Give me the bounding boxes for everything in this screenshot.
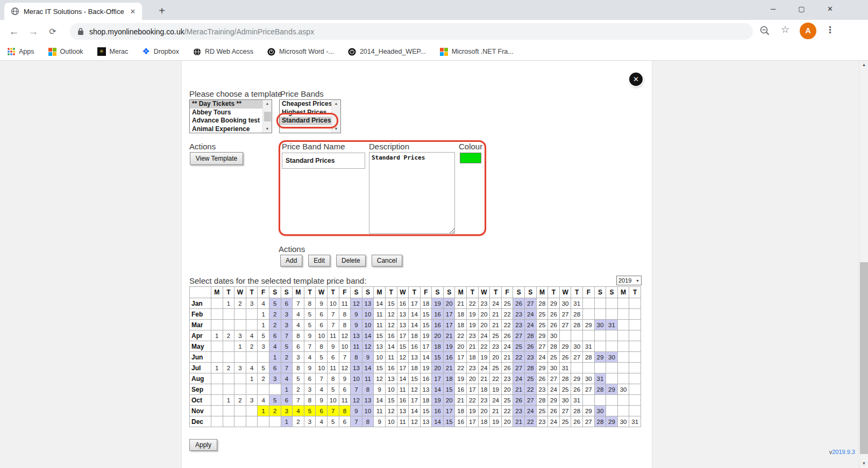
calendar-day-cell[interactable]: 5 (327, 384, 339, 395)
calendar-day-cell[interactable]: 21 (513, 384, 525, 395)
calendar-day-cell[interactable]: 28 (583, 352, 595, 363)
calendar-day-cell[interactable]: 15 (374, 363, 386, 373)
calendar-day-cell[interactable]: 3 (234, 330, 246, 341)
calendar-day-cell[interactable]: 17 (409, 298, 421, 309)
calendar-day-cell[interactable]: 12 (385, 406, 397, 416)
calendar-day-cell[interactable]: 13 (397, 309, 409, 320)
window-close-button[interactable]: ✕ (816, 0, 844, 18)
calendar-day-cell[interactable]: 8 (339, 309, 351, 320)
calendar-day-cell[interactable]: 30 (559, 395, 571, 406)
calendar-day-cell[interactable]: 13 (362, 395, 374, 406)
calendar-day-cell[interactable]: 21 (490, 320, 502, 330)
bookmark-item-rdweb[interactable]: RD Web Access (193, 48, 253, 56)
calendar-day-cell[interactable]: 9 (362, 352, 374, 363)
calendar-day-cell[interactable]: 29 (606, 384, 618, 395)
calendar-day-cell[interactable]: 16 (397, 298, 409, 309)
calendar-day-cell[interactable]: 18 (478, 384, 490, 395)
calendar-day-cell[interactable]: 25 (525, 373, 537, 384)
description-textarea[interactable]: Standard Prices (369, 152, 455, 234)
calendar-day-cell[interactable]: 11 (374, 320, 386, 330)
calendar-day-cell[interactable]: 23 (490, 341, 502, 352)
calendar-day-cell[interactable]: 22 (467, 298, 479, 309)
calendar-day-cell[interactable]: 13 (397, 406, 409, 416)
calendar-day-cell[interactable]: 1 (281, 384, 293, 395)
calendar-day-cell[interactable]: 29 (594, 352, 606, 363)
calendar-day-cell[interactable]: 6 (316, 309, 328, 320)
calendar-day-cell[interactable]: 5 (269, 395, 281, 406)
calendar-day-cell[interactable]: 9 (374, 416, 386, 427)
calendar-day-cell[interactable]: 26 (548, 406, 560, 416)
calendar-day-cell[interactable]: 14 (409, 406, 421, 416)
calendar-day-cell[interactable]: 7 (327, 309, 339, 320)
calendar-day-cell[interactable]: 1 (258, 309, 269, 320)
calendar-day-cell[interactable]: 26 (513, 298, 525, 309)
calendar-day-cell[interactable]: 25 (501, 395, 513, 406)
calendar-day-cell[interactable]: 1 (258, 406, 269, 416)
calendar-day-cell[interactable]: 15 (443, 384, 455, 395)
calendar-day-cell[interactable]: 30 (606, 352, 618, 363)
template-listbox-item[interactable]: ** Day Tickets ** (190, 100, 262, 109)
calendar-day-cell[interactable]: 12 (339, 363, 351, 373)
calendar-day-cell[interactable]: 24 (548, 384, 560, 395)
calendar-day-cell[interactable]: 31 (571, 298, 583, 309)
calendar-day-cell[interactable]: 7 (327, 406, 339, 416)
calendar-day-cell[interactable]: 26 (525, 341, 537, 352)
calendar-day-cell[interactable]: 25 (559, 416, 571, 427)
calendar-day-cell[interactable]: 28 (525, 363, 537, 373)
calendar-day-cell[interactable]: 6 (327, 352, 339, 363)
calendar-day-cell[interactable]: 31 (571, 395, 583, 406)
calendar-day-cell[interactable]: 31 (629, 416, 641, 427)
calendar-day-cell[interactable]: 22 (525, 384, 537, 395)
calendar-day-cell[interactable]: 19 (490, 416, 502, 427)
calendar-day-cell[interactable]: 1 (269, 352, 281, 363)
calendar-day-cell[interactable]: 19 (432, 298, 444, 309)
calendar-day-cell[interactable]: 28 (571, 320, 583, 330)
calendar-day-cell[interactable]: 24 (536, 352, 548, 363)
zoom-indicator-icon[interactable] (759, 25, 770, 36)
calendar-day-cell[interactable]: 25 (548, 352, 560, 363)
calendar-day-cell[interactable]: 13 (351, 363, 362, 373)
calendar-day-cell[interactable]: 26 (559, 352, 571, 363)
calendar-day-cell[interactable]: 3 (293, 352, 304, 363)
calendar-day-cell[interactable]: 13 (362, 298, 374, 309)
calendar-day-cell[interactable]: 6 (316, 320, 328, 330)
calendar-day-cell[interactable]: 23 (513, 406, 525, 416)
calendar-day-cell[interactable]: 16 (432, 309, 444, 320)
calendar-day-cell[interactable]: 9 (351, 309, 362, 320)
calendar-day-cell[interactable]: 17 (432, 373, 444, 384)
calendar-day-cell[interactable]: 17 (397, 363, 409, 373)
calendar-day-cell[interactable]: 22 (501, 320, 513, 330)
calendar-day-cell[interactable]: 30 (571, 341, 583, 352)
calendar-day-cell[interactable]: 8 (351, 352, 362, 363)
apply-button[interactable]: Apply (189, 439, 217, 451)
calendar-day-cell[interactable]: 20 (443, 395, 455, 406)
calendar-day-cell[interactable]: 19 (467, 320, 479, 330)
calendar-day-cell[interactable]: 1 (281, 416, 293, 427)
bookmark-item-dropbox[interactable]: ❖ Dropbox (142, 47, 179, 56)
calendar-day-cell[interactable]: 12 (339, 330, 351, 341)
calendar-day-cell[interactable]: 3 (281, 320, 293, 330)
calendar-day-cell[interactable]: 13 (420, 416, 432, 427)
calendar-day-cell[interactable]: 23 (501, 373, 513, 384)
calendar-day-cell[interactable]: 11 (374, 309, 386, 320)
calendar-day-cell[interactable]: 30 (594, 406, 606, 416)
reload-button-icon[interactable]: ⟳ (45, 24, 60, 39)
calendar-day-cell[interactable]: 19 (432, 395, 444, 406)
calendar-day-cell[interactable]: 11 (374, 406, 386, 416)
calendar-day-cell[interactable]: 25 (536, 309, 548, 320)
calendar-day-cell[interactable]: 11 (327, 330, 339, 341)
calendar-day-cell[interactable]: 19 (420, 330, 432, 341)
calendar-day-cell[interactable]: 1 (258, 320, 269, 330)
calendar-day-cell[interactable]: 27 (525, 298, 537, 309)
template-listbox-item[interactable]: Advance Booking test (190, 117, 262, 125)
calendar-day-cell[interactable]: 1 (246, 373, 258, 384)
calendar-day-cell[interactable]: 27 (548, 373, 560, 384)
calendar-day-cell[interactable]: 4 (293, 309, 304, 320)
calendar-day-cell[interactable]: 1 (234, 341, 246, 352)
calendar-day-cell[interactable]: 22 (455, 363, 467, 373)
calendar-day-cell[interactable]: 10 (316, 363, 328, 373)
calendar-day-cell[interactable]: 5 (316, 352, 328, 363)
calendar-day-cell[interactable]: 2 (269, 406, 281, 416)
scroll-down-icon[interactable]: ▼ (335, 126, 338, 132)
calendar-day-cell[interactable]: 30 (617, 416, 629, 427)
